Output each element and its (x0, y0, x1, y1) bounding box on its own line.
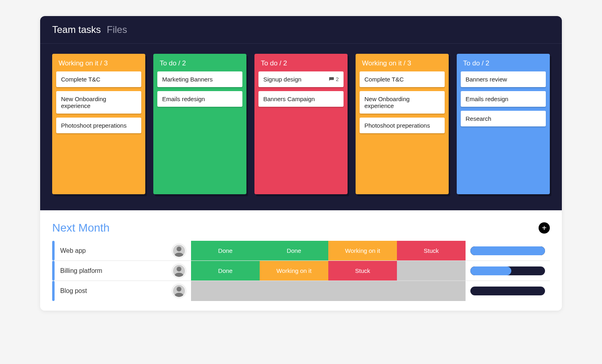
status-cell[interactable]: Done (191, 241, 260, 260)
header-bar: Team tasks Files (40, 16, 562, 44)
kanban-card[interactable]: Complete T&C (56, 71, 141, 87)
status-cell[interactable] (397, 261, 466, 281)
column-title: To do / 2 (258, 59, 344, 71)
kanban-card[interactable]: Marketing Banners (157, 71, 242, 87)
kanban-column[interactable]: To do / 2Banners reviewEmails redesignRe… (457, 54, 550, 194)
kanban-card[interactable]: Emails redesign (461, 91, 546, 107)
table-row: Web appDoneDoneWorking on itStuck (52, 241, 550, 261)
progress-fill (470, 246, 545, 255)
table-row: Billing platformDoneWorking on itStuck (52, 261, 550, 281)
avatar (172, 264, 186, 278)
status-cell[interactable]: Working on it (260, 261, 328, 281)
card-text: Complete T&C (61, 76, 100, 83)
status-cell[interactable] (260, 281, 328, 301)
comments-count: 2 (336, 76, 339, 82)
avatar (172, 244, 186, 258)
card-text: Signup design (263, 76, 301, 83)
kanban-card[interactable]: New Onboarding experience (56, 91, 141, 114)
plus-icon: + (542, 224, 547, 233)
kanban-card[interactable]: Research (461, 111, 546, 126)
section-title[interactable]: Next Month (52, 222, 110, 234)
kanban-card[interactable]: Photoshoot preperations (360, 118, 445, 133)
svg-point-1 (177, 266, 181, 271)
header-tabs: Team tasks Files (52, 24, 550, 35)
progress-cell[interactable] (466, 241, 550, 260)
progress-cell[interactable] (466, 281, 550, 301)
column-title: Working on it / 3 (360, 59, 445, 71)
progress-track (470, 246, 545, 255)
card-text: Photoshoot preperations (364, 122, 430, 129)
card-text: Complete T&C (364, 76, 404, 83)
kanban-column[interactable]: Working on it / 3Complete T&CNew Onboard… (356, 54, 449, 194)
tab-team-tasks[interactable]: Team tasks (52, 24, 101, 35)
status-cell[interactable]: Stuck (328, 261, 397, 281)
card-text: Emails redesign (466, 96, 508, 102)
card-text: Research (466, 115, 491, 122)
card-text: Emails redesign (162, 96, 205, 102)
column-title: To do / 2 (461, 59, 546, 71)
progress-track (470, 287, 545, 295)
column-title: Working on it / 3 (56, 59, 141, 71)
card-text: Banners Campaign (263, 96, 315, 102)
kanban-column[interactable]: To do / 2Marketing BannersEmails redesig… (153, 54, 246, 194)
kanban-card[interactable]: Banners review (461, 71, 546, 87)
kanban-board: Working on it / 3Complete T&CNew Onboard… (40, 44, 562, 210)
row-avatar-cell[interactable] (167, 281, 191, 301)
comments-badge[interactable]: 2 (329, 76, 339, 82)
kanban-card[interactable]: Signup design2 (258, 71, 344, 87)
status-cells (191, 281, 466, 301)
section-header: Next Month + (52, 222, 550, 234)
status-cell[interactable]: Stuck (397, 241, 466, 260)
status-cell[interactable]: Done (260, 241, 328, 260)
card-text: New Onboarding experience (364, 96, 440, 109)
svg-point-0 (177, 246, 181, 251)
app-window: Team tasks Files Working on it / 3Comple… (40, 16, 562, 311)
kanban-card[interactable]: Photoshoot preperations (56, 118, 141, 133)
next-month-section: Next Month + Web appDoneDoneWorking on i… (40, 210, 562, 311)
kanban-column[interactable]: To do / 2Signup design2Banners Campaign (254, 54, 348, 194)
card-text: New Onboarding experience (61, 96, 136, 109)
status-cells: DoneDoneWorking on itStuck (191, 241, 466, 260)
card-text: Banners review (466, 76, 507, 83)
row-name-cell[interactable]: Web app (55, 241, 167, 260)
card-text: Marketing Banners (162, 76, 213, 83)
kanban-card[interactable]: Emails redesign (157, 91, 242, 107)
row-avatar-cell[interactable] (167, 241, 191, 260)
progress-fill (470, 266, 511, 275)
avatar (172, 284, 186, 298)
progress-cell[interactable] (466, 261, 550, 281)
row-name-cell[interactable]: Billing platform (55, 261, 167, 281)
status-cell[interactable]: Working on it (328, 241, 397, 260)
task-table: Web appDoneDoneWorking on itStuckBilling… (52, 241, 550, 301)
svg-point-2 (177, 287, 181, 292)
comment-icon (329, 77, 334, 82)
kanban-column[interactable]: Working on it / 3Complete T&CNew Onboard… (52, 54, 145, 194)
add-row-button[interactable]: + (539, 222, 550, 234)
kanban-card[interactable]: Banners Campaign (258, 91, 344, 107)
status-cell[interactable] (328, 281, 397, 301)
kanban-card[interactable]: New Onboarding experience (360, 91, 445, 114)
status-cell[interactable]: Done (191, 261, 260, 281)
column-title: To do / 2 (157, 59, 242, 71)
card-text: Photoshoot preperations (61, 122, 126, 129)
progress-track (470, 266, 545, 275)
table-row: Blog post (52, 281, 550, 301)
status-cell[interactable] (191, 281, 260, 301)
status-cell[interactable] (397, 281, 466, 301)
tab-files[interactable]: Files (107, 24, 127, 35)
row-name-cell[interactable]: Blog post (55, 281, 167, 301)
kanban-card[interactable]: Complete T&C (360, 71, 445, 87)
status-cells: DoneWorking on itStuck (191, 261, 466, 281)
row-avatar-cell[interactable] (167, 261, 191, 281)
